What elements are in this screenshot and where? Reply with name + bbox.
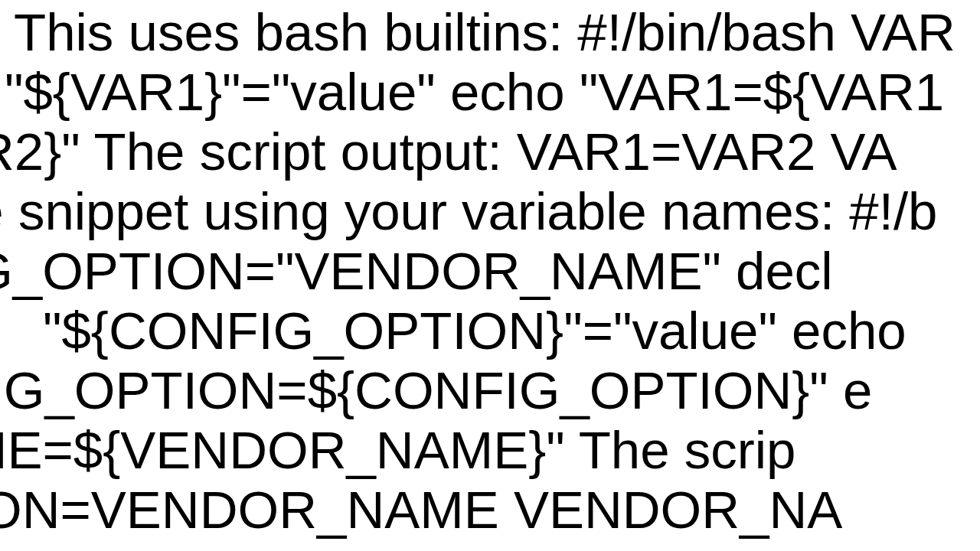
text-line: ne snippet using your variable names: #!… (0, 182, 937, 241)
text-line: "${CONFIG_OPTION}"="value" echo (43, 302, 906, 360)
text-line: OPTION=VENDOR_NAME VENDOR_NA (0, 481, 842, 540)
text-line: NFIG_OPTION="VENDOR_NAME" decl (0, 242, 833, 301)
text-line: VAR2}" The script output: VAR1=VAR2 VA (0, 122, 897, 181)
text-line: This uses bash builtins: #!/bin/bash VAR (14, 3, 956, 62)
text-line: R_NAME=${VENDOR_NAME}" The scrip (0, 421, 795, 480)
document-page: This uses bash builtins: #!/bin/bash VAR… (0, 0, 980, 551)
text-line: "${VAR1}"="value" echo "VAR1=${VAR1 (5, 63, 944, 122)
text-line: ONFIG_OPTION=${CONFIG_OPTION}" e (0, 361, 872, 420)
